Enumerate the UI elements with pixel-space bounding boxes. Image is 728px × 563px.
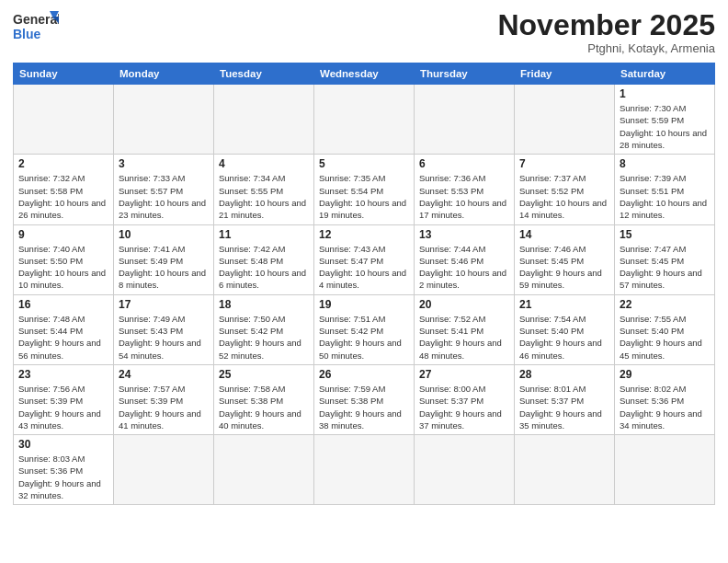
day-number: 15: [620, 228, 710, 241]
calendar-cell: 13Sunrise: 7:44 AM Sunset: 5:46 PM Dayli…: [415, 224, 515, 294]
calendar-cell: 18Sunrise: 7:50 AM Sunset: 5:42 PM Dayli…: [214, 294, 314, 364]
day-info: Sunrise: 7:50 AM Sunset: 5:42 PM Dayligh…: [219, 313, 309, 362]
calendar-cell: 14Sunrise: 7:46 AM Sunset: 5:45 PM Dayli…: [515, 224, 615, 294]
day-info: Sunrise: 7:48 AM Sunset: 5:44 PM Dayligh…: [18, 313, 108, 362]
day-info: Sunrise: 7:55 AM Sunset: 5:40 PM Dayligh…: [620, 313, 710, 362]
calendar-cell: 20Sunrise: 7:52 AM Sunset: 5:41 PM Dayli…: [415, 294, 515, 364]
calendar-cell: 21Sunrise: 7:54 AM Sunset: 5:40 PM Dayli…: [515, 294, 615, 364]
day-info: Sunrise: 7:41 AM Sunset: 5:49 PM Dayligh…: [119, 243, 209, 292]
day-info: Sunrise: 7:33 AM Sunset: 5:57 PM Dayligh…: [119, 172, 209, 221]
svg-text:Blue: Blue: [13, 27, 41, 41]
day-info: Sunrise: 7:44 AM Sunset: 5:46 PM Dayligh…: [419, 243, 509, 292]
day-info: Sunrise: 7:39 AM Sunset: 5:51 PM Dayligh…: [620, 172, 710, 221]
day-info: Sunrise: 7:57 AM Sunset: 5:39 PM Dayligh…: [119, 383, 209, 431]
day-number: 5: [319, 157, 409, 170]
calendar-cell: [415, 435, 515, 505]
calendar-cell: 29Sunrise: 8:02 AM Sunset: 5:36 PM Dayli…: [615, 364, 715, 434]
calendar-cell: 10Sunrise: 7:41 AM Sunset: 5:49 PM Dayli…: [114, 224, 214, 294]
day-info: Sunrise: 7:49 AM Sunset: 5:43 PM Dayligh…: [119, 313, 209, 362]
calendar-cell: [415, 85, 515, 155]
day-number: 1: [620, 87, 710, 100]
logo: General Blue: [13, 9, 59, 48]
day-number: 8: [620, 157, 710, 170]
day-number: 27: [419, 368, 509, 381]
day-number: 3: [119, 157, 209, 170]
day-number: 13: [419, 228, 509, 241]
day-number: 14: [519, 228, 609, 241]
day-info: Sunrise: 7:36 AM Sunset: 5:53 PM Dayligh…: [419, 172, 509, 221]
day-info: Sunrise: 8:00 AM Sunset: 5:37 PM Dayligh…: [419, 383, 509, 431]
day-number: 21: [519, 298, 609, 311]
day-number: 16: [18, 298, 108, 311]
day-info: Sunrise: 7:42 AM Sunset: 5:48 PM Dayligh…: [219, 243, 309, 292]
calendar-cell: [515, 85, 615, 155]
calendar-cell: 23Sunrise: 7:56 AM Sunset: 5:39 PM Dayli…: [14, 364, 114, 434]
calendar-cell: [515, 435, 615, 505]
day-info: Sunrise: 8:01 AM Sunset: 5:37 PM Dayligh…: [519, 383, 609, 431]
calendar-cell: 26Sunrise: 7:59 AM Sunset: 5:38 PM Dayli…: [314, 364, 415, 434]
weekday-header-wednesday: Wednesday: [314, 63, 415, 85]
weekday-header-saturday: Saturday: [615, 63, 715, 85]
day-info: Sunrise: 7:47 AM Sunset: 5:45 PM Dayligh…: [620, 243, 710, 292]
calendar-cell: 30Sunrise: 8:03 AM Sunset: 5:36 PM Dayli…: [14, 435, 114, 505]
calendar-cell: 16Sunrise: 7:48 AM Sunset: 5:44 PM Dayli…: [14, 294, 114, 364]
day-number: 26: [319, 368, 409, 381]
day-number: 25: [219, 368, 309, 381]
calendar-cell: 27Sunrise: 8:00 AM Sunset: 5:37 PM Dayli…: [415, 364, 515, 434]
day-info: Sunrise: 8:02 AM Sunset: 5:36 PM Dayligh…: [620, 383, 710, 431]
calendar-cell: [114, 85, 214, 155]
day-number: 2: [18, 157, 108, 170]
day-number: 12: [319, 228, 409, 241]
day-number: 6: [419, 157, 509, 170]
day-info: Sunrise: 7:52 AM Sunset: 5:41 PM Dayligh…: [419, 313, 509, 362]
day-number: 9: [18, 228, 108, 241]
calendar-cell: 5Sunrise: 7:35 AM Sunset: 5:54 PM Daylig…: [314, 155, 415, 224]
calendar-cell: 25Sunrise: 7:58 AM Sunset: 5:38 PM Dayli…: [214, 364, 314, 434]
day-number: 19: [319, 298, 409, 311]
location: Ptghni, Kotayk, Armenia: [497, 41, 715, 55]
weekday-header-sunday: Sunday: [14, 63, 114, 85]
day-number: 24: [119, 368, 209, 381]
title-block: November 2025 Ptghni, Kotayk, Armenia: [497, 9, 715, 55]
calendar-cell: 8Sunrise: 7:39 AM Sunset: 5:51 PM Daylig…: [615, 155, 715, 224]
calendar-cell: 19Sunrise: 7:51 AM Sunset: 5:42 PM Dayli…: [314, 294, 415, 364]
day-number: 28: [519, 368, 609, 381]
day-info: Sunrise: 7:35 AM Sunset: 5:54 PM Dayligh…: [319, 172, 409, 221]
week-row-1: 1Sunrise: 7:30 AM Sunset: 5:59 PM Daylig…: [14, 85, 715, 155]
weekday-header-friday: Friday: [515, 63, 615, 85]
day-number: 17: [119, 298, 209, 311]
day-number: 22: [620, 298, 710, 311]
calendar-cell: 1Sunrise: 7:30 AM Sunset: 5:59 PM Daylig…: [615, 85, 715, 155]
calendar-cell: 28Sunrise: 8:01 AM Sunset: 5:37 PM Dayli…: [515, 364, 615, 434]
day-info: Sunrise: 8:03 AM Sunset: 5:36 PM Dayligh…: [18, 453, 108, 501]
day-info: Sunrise: 7:58 AM Sunset: 5:38 PM Dayligh…: [219, 383, 309, 431]
calendar-cell: 6Sunrise: 7:36 AM Sunset: 5:53 PM Daylig…: [415, 155, 515, 224]
month-title: November 2025: [497, 9, 715, 41]
calendar-cell: 17Sunrise: 7:49 AM Sunset: 5:43 PM Dayli…: [114, 294, 214, 364]
calendar-cell: 24Sunrise: 7:57 AM Sunset: 5:39 PM Dayli…: [114, 364, 214, 434]
calendar-cell: [615, 435, 715, 505]
week-row-3: 9Sunrise: 7:40 AM Sunset: 5:50 PM Daylig…: [14, 224, 715, 294]
day-info: Sunrise: 7:46 AM Sunset: 5:45 PM Dayligh…: [519, 243, 609, 292]
calendar-cell: 2Sunrise: 7:32 AM Sunset: 5:58 PM Daylig…: [14, 155, 114, 224]
week-row-5: 23Sunrise: 7:56 AM Sunset: 5:39 PM Dayli…: [14, 364, 715, 434]
calendar-cell: 11Sunrise: 7:42 AM Sunset: 5:48 PM Dayli…: [214, 224, 314, 294]
calendar-cell: 15Sunrise: 7:47 AM Sunset: 5:45 PM Dayli…: [615, 224, 715, 294]
day-number: 4: [219, 157, 309, 170]
day-number: 20: [419, 298, 509, 311]
calendar-cell: [214, 85, 314, 155]
calendar-cell: [214, 435, 314, 505]
generalblue-logo-icon: General Blue: [13, 9, 59, 48]
day-info: Sunrise: 7:37 AM Sunset: 5:52 PM Dayligh…: [519, 172, 609, 221]
day-info: Sunrise: 7:34 AM Sunset: 5:55 PM Dayligh…: [219, 172, 309, 221]
calendar-cell: 12Sunrise: 7:43 AM Sunset: 5:47 PM Dayli…: [314, 224, 415, 294]
day-info: Sunrise: 7:59 AM Sunset: 5:38 PM Dayligh…: [319, 383, 409, 431]
week-row-6: 30Sunrise: 8:03 AM Sunset: 5:36 PM Dayli…: [14, 435, 715, 505]
calendar-cell: [314, 85, 415, 155]
weekday-header-row: SundayMondayTuesdayWednesdayThursdayFrid…: [14, 63, 715, 85]
day-info: Sunrise: 7:32 AM Sunset: 5:58 PM Dayligh…: [18, 172, 108, 221]
day-info: Sunrise: 7:51 AM Sunset: 5:42 PM Dayligh…: [319, 313, 409, 362]
day-info: Sunrise: 7:54 AM Sunset: 5:40 PM Dayligh…: [519, 313, 609, 362]
calendar-cell: [314, 435, 415, 505]
page: General Blue November 2025 Ptghni, Kotay…: [0, 0, 728, 563]
